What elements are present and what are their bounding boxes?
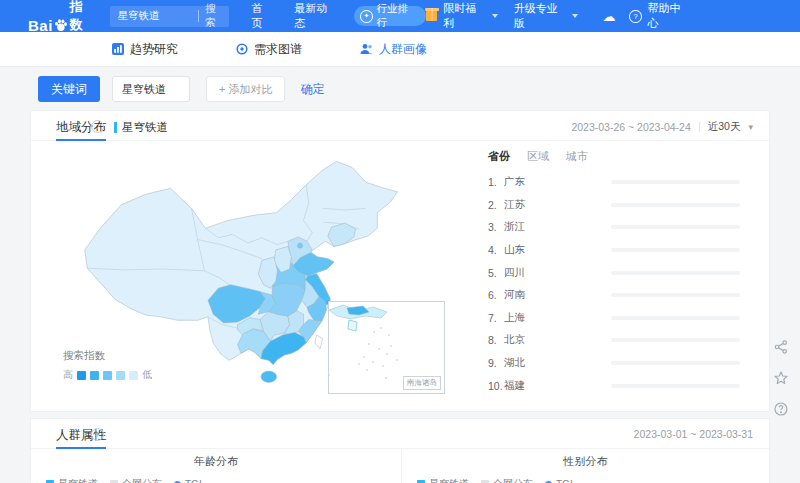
baidu-paw-icon: [54, 18, 68, 33]
inset-label: 南海诸岛: [403, 376, 441, 390]
cloud-icon[interactable]: ☁: [602, 10, 615, 23]
tab-area[interactable]: 区域: [527, 149, 549, 164]
rank-row: 5. 四川: [488, 261, 740, 284]
rank-row: 9. 湖北: [488, 352, 740, 375]
baidu-index-logo[interactable]: Bai 指数: [28, 0, 94, 34]
tab-province[interactable]: 省份: [488, 149, 510, 164]
rank-bar-track: [611, 271, 740, 275]
south-china-sea-inset: 南海诸岛: [328, 301, 445, 394]
rank-row: 7. 上海: [488, 307, 740, 330]
legend-low-label: 低: [142, 368, 152, 382]
map-legend-title: 搜索指数: [63, 349, 152, 363]
scale-swatch: [116, 371, 125, 380]
rank-bar-track: [611, 316, 740, 320]
taiwan-island: [315, 335, 323, 349]
region-date-range: 2023-03-26 ~ 2023-04-24: [571, 121, 690, 133]
rank-bar-track: [611, 361, 740, 365]
period-dropdown[interactable]: 近30天: [708, 120, 741, 134]
rank-row: 8. 北京: [488, 329, 740, 352]
rank-row: 4. 山东: [488, 239, 740, 262]
profile-columns: 年龄分布 星穹铁道 全网分布 TGI 性别分布 星穹铁道 全网分布 TGI: [31, 448, 769, 483]
province-beijing: [297, 243, 302, 248]
chevron-down-icon: ▾: [748, 122, 753, 132]
keyword-input-box[interactable]: [112, 76, 190, 102]
keyword-label-button[interactable]: 关键词: [38, 76, 100, 102]
scale-swatch: [103, 371, 112, 380]
topbar-right-group: 限时福利 升级专业版 ☁ ? 帮助中心: [426, 1, 688, 31]
age-distribution-panel: 年龄分布 星穹铁道 全网分布 TGI: [31, 448, 401, 483]
rank-bar-track: [611, 225, 740, 229]
map-scale-legend: 搜索指数 高 低: [63, 349, 152, 382]
legend-color-bar: [114, 122, 117, 133]
profile-date-range: 2023-03-01 ~ 2023-03-31: [634, 428, 753, 440]
add-compare-button[interactable]: + 添加对比: [206, 76, 285, 102]
nav-home-link[interactable]: 首页: [251, 1, 272, 31]
upgrade-pro-link[interactable]: 升级专业版: [514, 1, 565, 31]
logo-suffix: 指数: [70, 0, 94, 34]
logo-text: Bai: [28, 17, 53, 34]
rank-row: 3. 浙江: [488, 216, 740, 239]
keyword-legend: 星穹铁道: [114, 120, 168, 135]
share-icon[interactable]: [771, 337, 791, 357]
rank-bar-track: [611, 338, 740, 342]
search-button[interactable]: 搜索: [198, 2, 229, 30]
radar-dot-icon: [236, 43, 248, 55]
chevron-down-icon: [492, 14, 498, 18]
age-panel-title: 年龄分布: [31, 454, 401, 469]
tab-demand-graph[interactable]: 需求图谱: [236, 41, 302, 58]
search-input[interactable]: [110, 10, 198, 22]
province-ranking-list: 1. 广东 2. 江苏 3. 浙江 4. 山东 5. 四川 6. 河南: [488, 171, 740, 397]
feedback-help-icon[interactable]: [771, 399, 791, 419]
rank-row: 1. 广东: [488, 171, 740, 194]
info-icon[interactable]: ?: [91, 120, 104, 133]
top-search-box[interactable]: 搜索: [110, 6, 230, 27]
people-icon: [360, 43, 373, 55]
help-circle-icon: ?: [629, 10, 641, 23]
nav-news-link[interactable]: 最新动态: [294, 1, 336, 31]
rank-bar-track: [611, 248, 740, 252]
legend-high-label: 高: [63, 368, 73, 382]
help-center-link[interactable]: 帮助中心: [648, 1, 688, 31]
bar-chart-icon: [112, 43, 124, 55]
age-panel-legend: 星穹铁道 全网分布 TGI: [46, 477, 401, 483]
region-date-controls: 2023-03-26 ~ 2023-04-24 近30天 ▾: [571, 120, 753, 134]
region-granularity-tabs: 省份 区域 城市: [488, 149, 588, 164]
chevron-down-icon: [572, 14, 578, 18]
rank-row: 6. 河南: [488, 284, 740, 307]
gift-icon: [426, 11, 437, 21]
keyword-filter-bar: 关键词 + 添加对比 确定: [0, 67, 800, 111]
crowd-attributes-card: 人群属性 ? 2023-03-01 ~ 2023-03-31 年龄分布 星穹铁道…: [30, 418, 770, 483]
rank-row: 10. 福建: [488, 374, 740, 397]
industry-rank-label: 行业排行: [377, 2, 417, 30]
rank-row: 2. 江苏: [488, 194, 740, 217]
scale-swatch: [90, 371, 99, 380]
keyword-input[interactable]: [113, 83, 189, 95]
industry-rank-button[interactable]: ✦ 行业排行: [354, 6, 426, 26]
rank-bar-track: [611, 180, 740, 184]
province-hainan: [261, 371, 277, 382]
tab-city[interactable]: 城市: [566, 149, 588, 164]
gender-distribution-panel: 性别分布 星穹铁道 全网分布 TGI: [401, 448, 769, 483]
secondary-navbar: 趋势研究 需求图谱 人群画像: [0, 32, 800, 67]
gender-panel-legend: 星穹铁道 全网分布 TGI: [417, 477, 769, 483]
region-card-header: 地域分布 ? 星穹铁道 2023-03-26 ~ 2023-04-24 近30天…: [31, 111, 769, 141]
tab-trend-research[interactable]: 趋势研究: [112, 41, 178, 58]
rank-bar-track: [611, 293, 740, 297]
info-icon[interactable]: ?: [91, 428, 104, 441]
gender-panel-title: 性别分布: [402, 454, 769, 469]
confirm-button[interactable]: 确定: [300, 81, 324, 98]
floating-side-toolbar: [771, 337, 791, 419]
scale-swatch: [77, 371, 86, 380]
promo-link[interactable]: 限时福利: [443, 1, 483, 31]
rank-bar-track: [611, 384, 740, 388]
scale-swatch: [129, 371, 138, 380]
top-navbar: Bai 指数 搜索 首页 最新动态 ✦ 行业排行 限时福利 升级专业版 ☁ ? …: [0, 0, 800, 32]
active-tab-underline: [56, 139, 106, 141]
favorite-star-icon[interactable]: [771, 368, 791, 388]
rank-bar-track: [611, 203, 740, 207]
region-distribution-card: 地域分布 ? 星穹铁道 2023-03-26 ~ 2023-04-24 近30天…: [30, 110, 770, 412]
tab-crowd-profile[interactable]: 人群画像: [360, 41, 427, 58]
profile-card-header: 人群属性 ? 2023-03-01 ~ 2023-03-31: [31, 419, 769, 449]
medal-icon: ✦: [360, 10, 372, 23]
